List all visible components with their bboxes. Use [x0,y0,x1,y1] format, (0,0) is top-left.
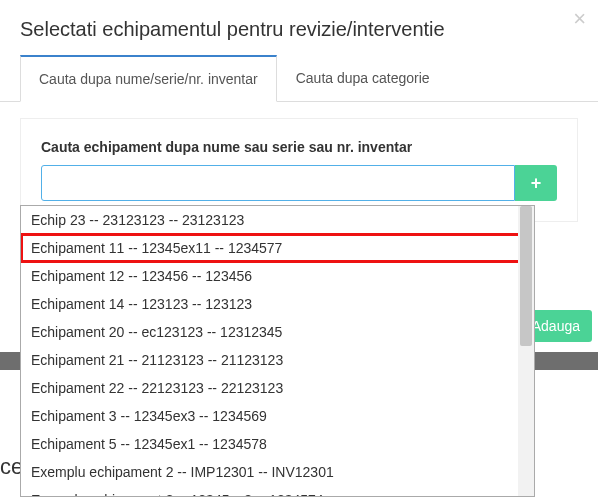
scrollbar-thumb[interactable] [520,206,532,346]
scrollbar[interactable] [518,206,534,496]
close-button[interactable]: × [573,6,586,32]
dropdown-item[interactable]: Echipament 21 -- 21123123 -- 21123123 [21,346,534,374]
dropdown-item[interactable]: Echipament 22 -- 22123123 -- 22123123 [21,374,534,402]
search-label: Cauta echipament dupa nume sau serie sau… [41,139,557,155]
plus-icon: + [531,173,542,194]
tabs: Cauta dupa nume/serie/nr. inventar Cauta… [0,55,598,102]
dropdown-item[interactable]: Echipament 20 -- ec123123 -- 12312345 [21,318,534,346]
input-row: + [41,165,557,201]
bg-text-left: gno [0,371,22,386]
search-input[interactable] [41,165,515,201]
modal-header: Selectati echipamentul pentru revizie/in… [0,0,598,55]
tab-search-name[interactable]: Cauta dupa nume/serie/nr. inventar [20,55,277,102]
dropdown-item[interactable]: Exemplu echipament 8 -- 12345ex8 -- 1234… [21,486,534,496]
dropdown-item[interactable]: Echipament 5 -- 12345ex1 -- 1234578 [21,430,534,458]
modal: × Selectati echipamentul pentru revizie/… [0,0,598,222]
dropdown-item[interactable]: Exemplu echipament 2 -- IMP12301 -- INV1… [21,458,534,486]
bg-text-right: Costu [564,371,598,386]
tab-search-category[interactable]: Cauta dupa categorie [277,55,449,102]
autocomplete-dropdown: Echip 23 -- 23123123 -- 23123123Echipame… [20,205,535,497]
dropdown-item[interactable]: Echipament 14 -- 123123 -- 123123 [21,290,534,318]
modal-title: Selectati echipamentul pentru revizie/in… [20,18,578,41]
add-button[interactable]: + [515,165,557,201]
dropdown-item[interactable]: Echipament 12 -- 123456 -- 123456 [21,262,534,290]
dropdown-item[interactable]: Echip 23 -- 23123123 -- 23123123 [21,206,534,234]
dropdown-item[interactable]: Echipament 11 -- 12345ex11 -- 1234577 [21,234,534,262]
dropdown-item[interactable]: Echipament 3 -- 12345ex3 -- 1234569 [21,402,534,430]
